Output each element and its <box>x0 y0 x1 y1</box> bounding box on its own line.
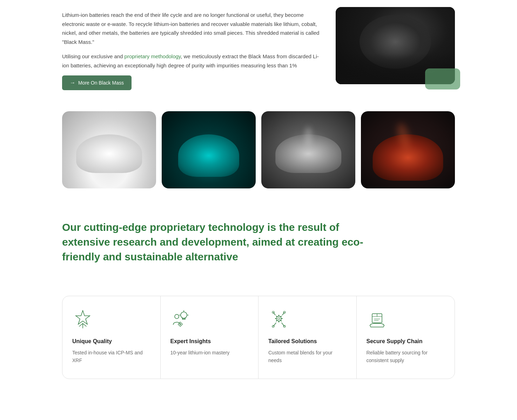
paragraph-1: Lithium-ion batteries reach the end of t… <box>62 11 322 46</box>
teal-powder-image <box>162 111 256 188</box>
quality-icon <box>72 309 93 330</box>
feature-cards-grid: Unique Quality Tested in-house via ICP-M… <box>62 296 455 379</box>
svg-line-19 <box>276 316 277 317</box>
secure-supply-chain-desc: Reliable battery sourcing for consistent… <box>367 349 445 365</box>
red-powder-image <box>361 111 455 188</box>
green-accent-decoration <box>425 68 460 89</box>
svg-line-22 <box>276 320 277 321</box>
svg-point-14 <box>278 318 280 320</box>
top-text-content: Lithium-ion batteries reach the end of t… <box>62 7 322 90</box>
svg-line-21 <box>281 316 281 317</box>
insights-icon <box>170 309 192 330</box>
expert-insights-desc: 10-year lithium-ion mastery <box>170 349 249 356</box>
expert-insights-title: Expert Insights <box>170 338 249 345</box>
powder-image-grid <box>62 111 455 188</box>
feature-card-tailored-solutions: Tailored Solutions Custom metal blends f… <box>258 296 357 379</box>
unique-quality-title: Unique Quality <box>72 338 150 345</box>
gray-powder-image <box>261 111 355 188</box>
tailored-solutions-desc: Custom metal blends for your needs <box>268 349 347 365</box>
top-image-container <box>336 7 455 84</box>
more-on-black-mass-button[interactable]: → More On Black Mass <box>62 75 132 90</box>
main-heading: Our cutting-edge proprietary technology … <box>62 220 378 264</box>
feature-card-unique-quality: Unique Quality Tested in-house via ICP-M… <box>62 296 161 379</box>
feature-card-secure-supply-chain: Secure Supply Chain Reliable battery sou… <box>357 296 455 379</box>
top-section: Lithium-ion batteries reach the end of t… <box>62 7 455 90</box>
svg-point-1 <box>181 312 187 318</box>
secure-supply-chain-title: Secure Supply Chain <box>367 338 445 345</box>
white-powder-image <box>62 111 156 188</box>
tailored-solutions-title: Tailored Solutions <box>268 338 347 345</box>
paragraph-2: Utilising our exclusive and proprietary … <box>62 52 322 70</box>
highlight-text: proprietary methodology <box>125 53 181 59</box>
button-label: More On Black Mass <box>78 80 124 86</box>
unique-quality-desc: Tested in-house via ICP-MS and XRF <box>72 349 150 365</box>
arrow-icon: → <box>70 80 75 86</box>
heading-section: Our cutting-edge proprietary technology … <box>62 213 455 271</box>
svg-point-6 <box>175 314 179 319</box>
svg-line-20 <box>281 320 281 321</box>
solutions-icon <box>268 309 289 330</box>
supply-icon <box>367 309 388 330</box>
feature-card-expert-insights: Expert Insights 10-year lithium-ion mast… <box>161 296 259 379</box>
